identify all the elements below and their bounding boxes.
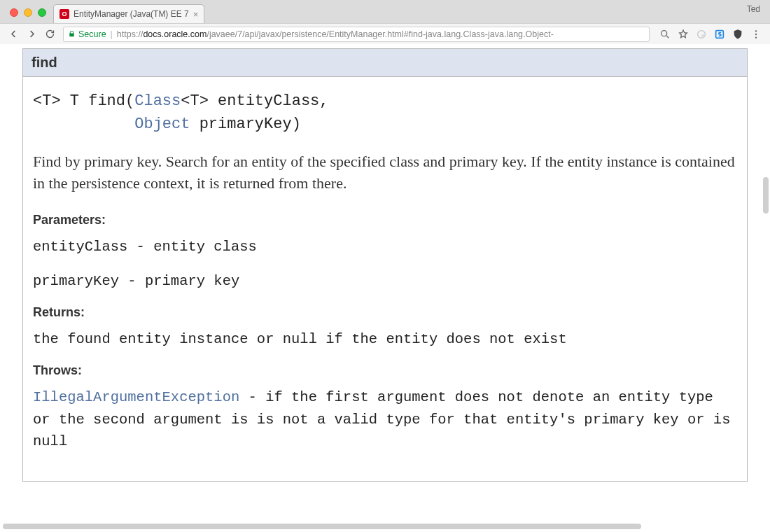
toolbar-right bbox=[659, 29, 762, 40]
method-body: <T> T find(Class<T> entityClass, Object … bbox=[23, 77, 747, 481]
page-viewport: find <T> T find(Class<T> entityClass, Ob… bbox=[0, 44, 770, 532]
parameters-label: Parameters: bbox=[33, 213, 737, 227]
secure-label: Secure bbox=[78, 29, 106, 39]
lock-icon bbox=[68, 30, 76, 38]
method-name-header: find bbox=[23, 49, 747, 77]
url-text: https://docs.oracle.com/javaee/7/api/jav… bbox=[117, 29, 554, 39]
extension-shield-icon[interactable] bbox=[732, 29, 743, 40]
minimize-window-icon[interactable] bbox=[24, 8, 32, 17]
browser-chrome: O EntityManager (Java(TM) EE 7 × Ted Sec… bbox=[0, 0, 770, 45]
horizontal-scrollbar[interactable] bbox=[3, 524, 763, 529]
method-description: Find by primary key. Search for an entit… bbox=[33, 151, 737, 195]
svg-point-1 bbox=[698, 30, 706, 38]
bookmark-star-icon[interactable] bbox=[678, 29, 689, 40]
horizontal-scrollbar-thumb[interactable] bbox=[3, 524, 641, 529]
secure-indicator: Secure bbox=[68, 29, 106, 39]
close-window-icon[interactable] bbox=[10, 8, 18, 17]
type-link-object[interactable]: Object bbox=[134, 115, 190, 133]
parameter-primarykey: primaryKey - primary key bbox=[33, 270, 737, 293]
address-bar[interactable]: Secure | https://docs.oracle.com/javaee/… bbox=[63, 27, 650, 42]
svg-point-5 bbox=[755, 36, 757, 38]
throws-label: Throws: bbox=[33, 363, 737, 378]
reload-button[interactable] bbox=[41, 25, 59, 43]
tab-strip: O EntityManager (Java(TM) EE 7 × Ted bbox=[0, 0, 770, 23]
method-signature: <T> T find(Class<T> entityClass, Object … bbox=[33, 90, 737, 136]
forward-button[interactable] bbox=[22, 25, 41, 43]
type-link-class[interactable]: Class bbox=[134, 92, 181, 110]
svg-point-3 bbox=[755, 30, 757, 31]
extension-icon[interactable] bbox=[696, 29, 707, 40]
javadoc-content: find <T> T find(Class<T> entityClass, Ob… bbox=[22, 44, 748, 486]
exception-link[interactable]: IllegalArgumentException bbox=[33, 389, 239, 405]
window-controls bbox=[10, 8, 46, 17]
back-button[interactable] bbox=[4, 25, 22, 43]
zoom-window-icon[interactable] bbox=[38, 8, 46, 17]
extension-s-icon[interactable] bbox=[714, 29, 725, 40]
zoom-icon[interactable] bbox=[659, 29, 671, 40]
svg-point-0 bbox=[662, 30, 667, 36]
url-separator: | bbox=[111, 29, 113, 39]
menu-icon[interactable] bbox=[750, 29, 762, 40]
tab-title: EntityManager (Java(TM) EE 7 bbox=[74, 9, 189, 19]
tab-favicon: O bbox=[59, 9, 69, 19]
browser-tab[interactable]: O EntityManager (Java(TM) EE 7 × bbox=[53, 4, 204, 23]
tab-close-icon[interactable]: × bbox=[193, 9, 199, 20]
method-detail-box: find <T> T find(Class<T> entityClass, Ob… bbox=[22, 48, 748, 482]
svg-point-4 bbox=[755, 33, 757, 34]
vertical-scrollbar-thumb[interactable] bbox=[763, 177, 769, 214]
returns-text: the found entity instance or null if the… bbox=[33, 328, 737, 351]
profile-name[interactable]: Ted bbox=[747, 4, 760, 14]
returns-label: Returns: bbox=[33, 305, 737, 320]
parameter-entityclass: entityClass - entity class bbox=[33, 236, 737, 258]
throws-text: IllegalArgumentException - if the first … bbox=[33, 386, 737, 453]
toolbar: Secure | https://docs.oracle.com/javaee/… bbox=[0, 23, 770, 44]
